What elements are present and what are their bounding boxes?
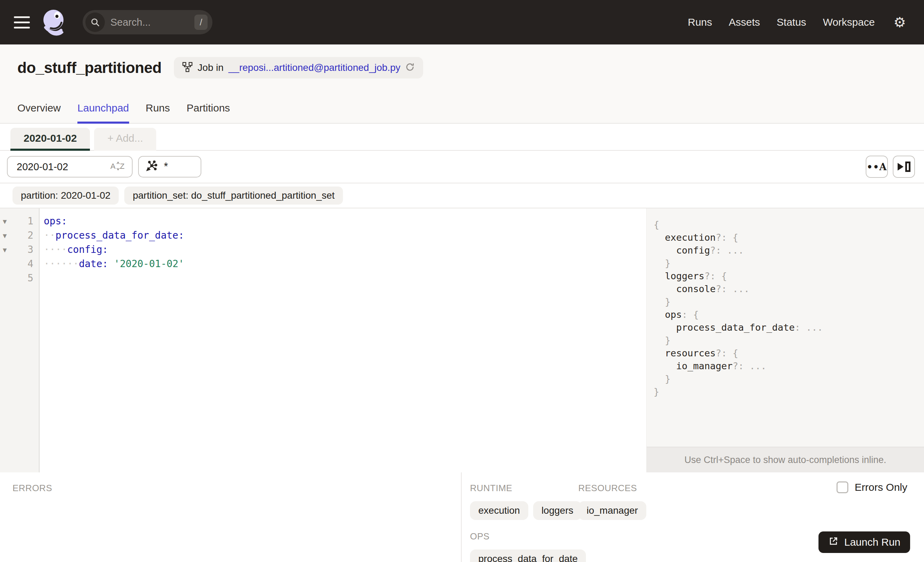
- config-tab-label: 2020-01-02: [24, 132, 77, 144]
- op-selection-graph-icon: [146, 160, 158, 173]
- add-config-tab-label: + Add...: [107, 132, 143, 144]
- search-icon: [86, 12, 105, 32]
- config-tabs-row: 2020-01-02 + Add...: [0, 124, 924, 151]
- errors-section: ERRORS: [0, 472, 462, 562]
- header-tab-label: Partitions: [187, 102, 230, 114]
- editor-code-area[interactable]: ops:··process_data_for_date:····config:·…: [40, 214, 646, 472]
- whitespace-icon: ••A: [867, 162, 887, 172]
- page-header: do_stuff_partitioned Job in __reposi...a…: [0, 45, 924, 124]
- resource-chip[interactable]: io_manager: [578, 501, 646, 520]
- play-into-rectangle-icon: [898, 162, 910, 172]
- job-origin-link[interactable]: __reposi...artitioned@partitioned_job.py: [228, 62, 400, 73]
- runtime-chip[interactable]: execution: [470, 501, 528, 520]
- nav-item[interactable]: Assets: [729, 17, 760, 28]
- fold-arrow-icon[interactable]: ▼: [3, 218, 7, 225]
- fold-arrow-icon[interactable]: ▼: [3, 246, 7, 254]
- header-tab-label: Overview: [17, 102, 61, 114]
- fold-arrow-icon[interactable]: ▼: [3, 232, 7, 239]
- autocomplete-hint: Use Ctrl+Space to show auto-completions …: [646, 447, 924, 472]
- code-line: {: [654, 218, 924, 231]
- editor-buttons: ••A: [866, 156, 915, 178]
- nav-item[interactable]: Runs: [688, 17, 712, 28]
- editor-gutter: ▼ 1 ▼ 2 ▼ 3 ▼ 4 ▼: [0, 214, 40, 472]
- code-line: resources?: {: [654, 347, 924, 359]
- nav-item[interactable]: Status: [777, 17, 806, 28]
- header-tab-label: Runs: [146, 102, 170, 114]
- partition-select-field[interactable]: A Z: [7, 156, 133, 177]
- page-title: do_stuff_partitioned: [17, 59, 161, 77]
- code-line: }: [654, 372, 924, 385]
- tag-pill[interactable]: partition_set: do_stuff_partitioned_part…: [124, 186, 343, 204]
- line-number: 2: [27, 230, 33, 241]
- svg-text:Z: Z: [120, 162, 124, 171]
- header-tab[interactable]: Runs: [146, 102, 170, 124]
- resources-group: RESOURCES io_manager: [578, 483, 646, 520]
- tag-pill[interactable]: partition: 2020-01-02: [12, 186, 119, 204]
- runtime-chips: executionloggers: [470, 501, 578, 520]
- op-chip[interactable]: process_data_for_date: [470, 550, 586, 562]
- errors-only-checkbox[interactable]: [837, 481, 848, 493]
- nav-item[interactable]: Workspace: [823, 17, 875, 28]
- toggle-whitespace-button[interactable]: ••A: [866, 156, 888, 178]
- line-number: 4: [27, 258, 33, 269]
- partition-input[interactable]: [16, 161, 110, 173]
- gutter-row: ▼ 4: [0, 257, 40, 271]
- search-bar[interactable]: /: [82, 10, 212, 35]
- gutter-row: ▼ 3: [0, 242, 40, 257]
- scaffold-config-button[interactable]: [893, 156, 915, 178]
- sort-alphabetical-icon: A Z: [110, 161, 126, 173]
- resources-chips: io_manager: [578, 501, 646, 520]
- runtime-chip[interactable]: loggers: [533, 501, 582, 520]
- errors-label: ERRORS: [12, 483, 448, 494]
- code-line: config?: ...: [654, 244, 924, 257]
- svg-text:A: A: [110, 162, 116, 171]
- gutter-row: ▼ 2: [0, 228, 40, 242]
- add-config-tab-button[interactable]: + Add...: [94, 128, 156, 151]
- launch-external-icon: [828, 536, 838, 549]
- op-selection-input[interactable]: [163, 160, 194, 173]
- job-origin-prefix: Job in: [198, 62, 224, 73]
- bottom-panel: ERRORS RUNTIME executionloggers RESOURCE…: [0, 472, 924, 562]
- tags-row: partition: 2020-01-02 partition_set: do_…: [0, 183, 924, 209]
- gear-icon[interactable]: ⚙: [891, 15, 908, 30]
- header-tabs: Overview Launchpad Runs Partitions: [17, 102, 908, 124]
- search-input[interactable]: [110, 17, 194, 29]
- run-config-summary: RUNTIME executionloggers RESOURCES io_ma…: [462, 472, 924, 562]
- code-line: ······date: '2020-01-02': [44, 257, 646, 271]
- menu-hamburger-icon[interactable]: [14, 17, 30, 29]
- schema-code: { execution?: { config?: ... } loggers?:…: [646, 209, 924, 447]
- launch-run-button[interactable]: Launch Run: [819, 532, 910, 553]
- runtime-label: RUNTIME: [470, 483, 578, 494]
- header-tab[interactable]: Overview: [17, 102, 61, 124]
- dagster-logo[interactable]: [40, 8, 68, 36]
- inputs-row: A Z ••A: [0, 151, 924, 183]
- code-line: ··process_data_for_date:: [44, 228, 646, 242]
- code-line: }: [654, 257, 924, 269]
- header-tab[interactable]: Partitions: [187, 102, 230, 124]
- nav-links: Runs Assets Status Workspace: [688, 17, 875, 28]
- job-graph-icon: [182, 62, 193, 74]
- gutter-row: ▼ 5: [0, 271, 40, 285]
- code-line: ····config:: [44, 242, 646, 257]
- header-tab[interactable]: Launchpad: [77, 102, 129, 124]
- config-tab-partition[interactable]: 2020-01-02: [10, 128, 90, 151]
- line-number: 1: [27, 215, 33, 227]
- search-shortcut-badge: /: [194, 15, 208, 30]
- title-row: do_stuff_partitioned Job in __reposi...a…: [17, 57, 908, 78]
- code-line: process_data_for_date: ...: [654, 321, 924, 334]
- op-selection-field[interactable]: [138, 156, 201, 177]
- gutter-row: ▼ 1: [0, 214, 40, 228]
- code-line: }: [654, 334, 924, 347]
- line-number: 5: [27, 272, 33, 284]
- errors-only-toggle[interactable]: Errors Only: [837, 481, 908, 493]
- code-line: ops: {: [654, 308, 924, 321]
- code-line: ops:: [44, 214, 646, 228]
- code-line: io_manager?: ...: [654, 359, 924, 372]
- editor-split: ▼ 1 ▼ 2 ▼ 3 ▼ 4 ▼: [0, 209, 924, 472]
- code-line: console?: ...: [654, 283, 924, 295]
- code-line: [44, 271, 646, 285]
- reload-icon[interactable]: [405, 62, 415, 73]
- top-navbar: / Runs Assets Status Workspace ⚙: [0, 0, 924, 45]
- code-line: }: [654, 295, 924, 308]
- config-schema-panel: { execution?: { config?: ... } loggers?:…: [646, 209, 924, 472]
